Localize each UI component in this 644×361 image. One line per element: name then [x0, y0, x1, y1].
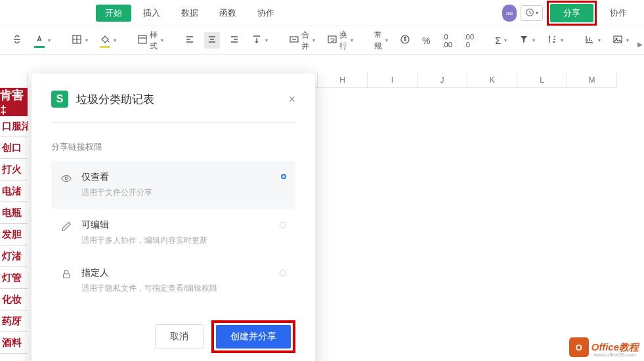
- col-header[interactable]: C: [251, 72, 318, 88]
- decimal-inc-icon: .00.0: [464, 33, 474, 49]
- row-header-corner[interactable]: [0, 72, 28, 88]
- align-right-button[interactable]: [226, 32, 242, 49]
- sigma-icon: Σ: [495, 35, 501, 46]
- decimal-dec-icon: .0.00: [442, 33, 452, 49]
- col-header[interactable]: L: [517, 72, 567, 88]
- data-grid[interactable]: 肯害‡ 口服渚 创口 打火 电渚 电瓶 发胆 灯渚 灯管 化妆 药厊 酒料: [0, 88, 28, 354]
- paint-bucket-icon: [100, 34, 110, 47]
- image-button[interactable]: [610, 32, 632, 49]
- watermark-url: www.office26.com: [594, 352, 636, 358]
- decimal-inc-button[interactable]: .00.0: [462, 31, 477, 51]
- category-header: 肯害‡: [0, 88, 28, 116]
- percent-button[interactable]: %: [419, 33, 433, 48]
- merge-button[interactable]: 合并: [286, 28, 318, 54]
- col-header[interactable]: H: [318, 72, 368, 88]
- chevron-down-icon: ▾: [536, 10, 538, 16]
- font-color-button[interactable]: [32, 32, 53, 49]
- fill-color-button[interactable]: [97, 32, 119, 49]
- watermark: O Office教程 www.office26.com: [569, 337, 639, 357]
- col-header[interactable]: I: [368, 72, 418, 88]
- sort-button[interactable]: [544, 32, 566, 49]
- history-button[interactable]: ▾: [521, 5, 543, 21]
- align-left-button[interactable]: [182, 32, 198, 49]
- menu-start[interactable]: 开始: [96, 5, 131, 22]
- percent-icon: %: [422, 35, 430, 46]
- currency-icon: [400, 34, 410, 47]
- style-label: 样式: [150, 30, 158, 52]
- filter-button[interactable]: [516, 32, 538, 49]
- item-cell[interactable]: 发胆: [0, 224, 28, 245]
- strikethrough-icon: [12, 34, 22, 47]
- cell-style-icon: [137, 34, 148, 47]
- item-cell[interactable]: 电瓶: [0, 202, 28, 224]
- wrap-icon: [327, 34, 337, 47]
- toolbar-scroll-right-icon[interactable]: ▶: [637, 41, 643, 48]
- item-cell[interactable]: 口服渚: [0, 116, 28, 137]
- align-center-button[interactable]: [204, 32, 220, 49]
- chart-button[interactable]: [582, 32, 603, 49]
- currency-button[interactable]: [397, 32, 413, 49]
- menu-collab[interactable]: 协作: [248, 5, 284, 22]
- col-header[interactable]: K: [467, 72, 517, 88]
- merge-icon: [289, 34, 299, 47]
- cell-style-button[interactable]: 样式: [135, 28, 166, 54]
- col-header[interactable]: M: [567, 72, 617, 88]
- menu-insert[interactable]: 插入: [134, 5, 169, 22]
- sort-icon: [547, 34, 557, 47]
- avatar[interactable]: ou: [502, 5, 517, 22]
- wrap-button[interactable]: 换行: [324, 28, 356, 54]
- autosum-button[interactable]: Σ: [492, 33, 509, 48]
- merge-label: 合并: [301, 30, 309, 52]
- share-button[interactable]: 分享: [550, 4, 593, 22]
- align-center-icon: [207, 34, 217, 47]
- border-icon: [72, 34, 82, 47]
- item-cell[interactable]: 化妆: [0, 289, 28, 310]
- col-header[interactable]: J: [418, 72, 467, 88]
- main-menubar: 开始 插入 数据 函数 协作 ou ▾ 分享 协作: [0, 0, 644, 26]
- collab-button[interactable]: 协作: [601, 4, 636, 22]
- column-headers: C H I J K L M: [0, 72, 644, 88]
- svg-rect-2: [139, 35, 146, 43]
- item-cell[interactable]: 电渚: [0, 180, 28, 202]
- svg-rect-6: [614, 36, 622, 43]
- valign-button[interactable]: [249, 32, 270, 49]
- border-button[interactable]: [69, 32, 91, 49]
- watermark-badge-icon: O: [569, 337, 589, 357]
- decimal-dec-button[interactable]: .0.00: [439, 31, 454, 51]
- toolbar: 样式 合并 换行 常规 % .0.00 .00.0 Σ 冻结: [0, 26, 644, 55]
- item-cell[interactable]: 灯渚: [0, 245, 28, 267]
- item-cell[interactable]: 灯管: [0, 267, 28, 289]
- item-cell[interactable]: 酒料: [0, 332, 28, 354]
- item-cell[interactable]: 药厊: [0, 310, 28, 332]
- font-color-icon: [34, 34, 45, 47]
- image-icon: [612, 34, 623, 47]
- share-highlight-box: 分享: [547, 1, 597, 26]
- valign-icon: [251, 34, 262, 47]
- menu-data[interactable]: 数据: [172, 5, 207, 22]
- clock-icon: [525, 8, 534, 18]
- align-left-icon: [184, 34, 195, 47]
- item-cell[interactable]: 打火: [0, 159, 28, 180]
- format-label: 常规: [374, 30, 382, 52]
- align-right-icon: [229, 34, 240, 47]
- chart-icon: [584, 34, 595, 47]
- item-cell[interactable]: 创口: [0, 137, 28, 159]
- wrap-label: 换行: [339, 30, 347, 52]
- menu-function[interactable]: 函数: [210, 5, 246, 22]
- strikethrough-button[interactable]: [9, 32, 25, 49]
- filter-icon: [519, 34, 529, 47]
- number-format-button[interactable]: 常规: [372, 28, 391, 54]
- spreadsheet-area: C H I J K L M 肯害‡ 口服渚 创口 打火 电渚 电瓶 发胆 灯渚 …: [0, 55, 644, 361]
